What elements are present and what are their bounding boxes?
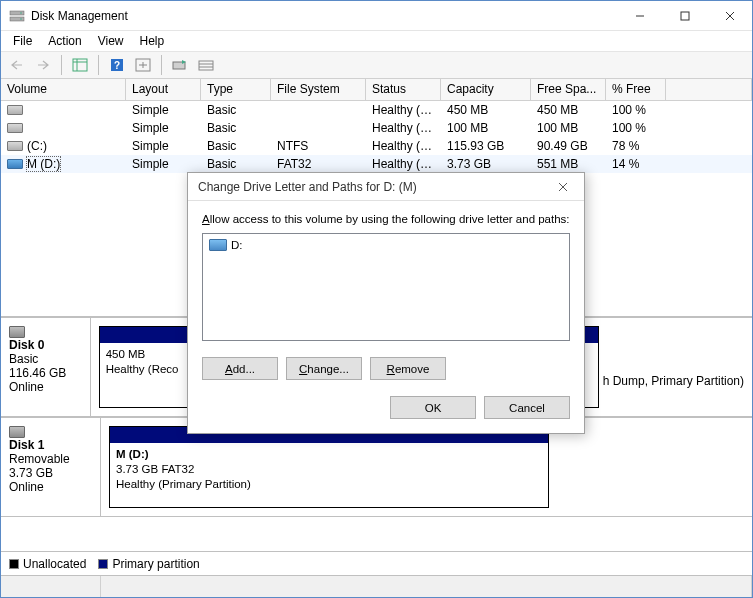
col-layout[interactable]: Layout bbox=[126, 79, 201, 100]
cell: Healthy (R... bbox=[366, 102, 441, 118]
partition-name: M (D:) bbox=[116, 447, 542, 462]
settings-button[interactable] bbox=[194, 54, 218, 76]
cell: 100 % bbox=[606, 120, 666, 136]
close-button[interactable] bbox=[707, 1, 752, 30]
disk-type: Removable bbox=[9, 452, 92, 466]
cell bbox=[271, 127, 366, 129]
back-button bbox=[5, 54, 29, 76]
cancel-button[interactable]: Cancel bbox=[484, 396, 570, 419]
legend-unallocated: Unallocated bbox=[9, 557, 86, 571]
cell: Simple bbox=[126, 156, 201, 172]
remove-button[interactable]: Remove bbox=[370, 357, 446, 380]
dialog-close-button[interactable] bbox=[548, 176, 578, 198]
drive-icon bbox=[209, 239, 227, 251]
col-status[interactable]: Status bbox=[366, 79, 441, 100]
cell: 115.93 GB bbox=[441, 138, 531, 154]
disk-size: 116.46 GB bbox=[9, 366, 82, 380]
change-button[interactable]: Change... bbox=[286, 357, 362, 380]
cell: Basic bbox=[201, 156, 271, 172]
cell bbox=[271, 109, 366, 111]
hard-drive-icon bbox=[7, 123, 23, 133]
partition-body: M (D:)3.73 GB FAT32Healthy (Primary Part… bbox=[110, 443, 548, 496]
cell: Simple bbox=[126, 138, 201, 154]
col-capacity[interactable]: Capacity bbox=[441, 79, 531, 100]
cell: 14 % bbox=[606, 156, 666, 172]
menu-action[interactable]: Action bbox=[40, 32, 89, 50]
actions-button[interactable] bbox=[131, 54, 155, 76]
partition-size: 3.73 GB FAT32 bbox=[116, 462, 542, 477]
cell: Healthy (E... bbox=[366, 120, 441, 136]
menu-file[interactable]: File bbox=[5, 32, 40, 50]
cell: Basic bbox=[201, 120, 271, 136]
forward-button bbox=[31, 54, 55, 76]
menu-view[interactable]: View bbox=[90, 32, 132, 50]
minimize-button[interactable] bbox=[617, 1, 662, 30]
toolbar-separator bbox=[98, 55, 99, 75]
refresh-button[interactable] bbox=[168, 54, 192, 76]
disk-info[interactable]: Disk 0Basic116.46 GBOnline bbox=[1, 318, 91, 416]
ok-button[interactable]: OK bbox=[390, 396, 476, 419]
cell: 551 MB bbox=[531, 156, 606, 172]
dialog-titlebar: Change Drive Letter and Paths for D: (M) bbox=[188, 173, 584, 201]
change-drive-letter-dialog: Change Drive Letter and Paths for D: (M)… bbox=[187, 172, 585, 434]
toolbar-separator bbox=[161, 55, 162, 75]
cell: 450 MB bbox=[531, 102, 606, 118]
cell: Simple bbox=[126, 120, 201, 136]
col-volume[interactable]: Volume bbox=[1, 79, 126, 100]
svg-rect-0 bbox=[10, 11, 24, 15]
disk-status: Online bbox=[9, 380, 82, 394]
partition-box[interactable]: M (D:)3.73 GB FAT32Healthy (Primary Part… bbox=[109, 426, 549, 508]
hard-drive-icon bbox=[7, 105, 23, 115]
menu-help[interactable]: Help bbox=[132, 32, 173, 50]
sd-card-icon bbox=[7, 159, 23, 169]
svg-rect-1 bbox=[10, 17, 24, 21]
cell: 450 MB bbox=[441, 102, 531, 118]
table-row[interactable]: SimpleBasicHealthy (R...450 MB450 MB100 … bbox=[1, 101, 752, 119]
table-row[interactable]: (C:)SimpleBasicNTFSHealthy (B...115.93 G… bbox=[1, 137, 752, 155]
legend: Unallocated Primary partition bbox=[1, 551, 752, 575]
titlebar: Disk Management bbox=[1, 1, 752, 31]
drive-path-item[interactable]: D: bbox=[207, 238, 565, 252]
dialog-body: Allow access to this volume by using the… bbox=[188, 201, 584, 433]
disk-size: 3.73 GB bbox=[9, 466, 92, 480]
disk-type: Basic bbox=[9, 352, 82, 366]
statusbar bbox=[1, 575, 752, 597]
svg-text:?: ? bbox=[114, 60, 120, 71]
volume-name: (C:) bbox=[27, 139, 47, 153]
swatch-primary bbox=[98, 559, 108, 569]
disk-icon bbox=[9, 326, 25, 338]
dialog-action-buttons: Add... Change... Remove bbox=[202, 357, 570, 380]
cell: Healthy (B... bbox=[366, 138, 441, 154]
window-controls bbox=[617, 1, 752, 30]
svg-rect-15 bbox=[199, 61, 213, 70]
window-title: Disk Management bbox=[31, 9, 617, 23]
app-icon bbox=[9, 8, 25, 24]
legend-label: Primary partition bbox=[112, 557, 199, 571]
col-pctfree[interactable]: % Free bbox=[606, 79, 666, 100]
dialog-message: Allow access to this volume by using the… bbox=[202, 213, 570, 225]
show-hide-console-tree-button[interactable] bbox=[68, 54, 92, 76]
table-row[interactable]: M (D:)SimpleBasicFAT32Healthy (P...3.73 … bbox=[1, 155, 752, 173]
hard-drive-icon bbox=[7, 141, 23, 151]
disk-name: Disk 1 bbox=[9, 438, 92, 452]
drive-paths-list[interactable]: D: bbox=[202, 233, 570, 341]
col-type[interactable]: Type bbox=[201, 79, 271, 100]
svg-point-2 bbox=[20, 12, 22, 14]
maximize-button[interactable] bbox=[662, 1, 707, 30]
cell: Healthy (P... bbox=[366, 156, 441, 172]
toolbar: ? bbox=[1, 51, 752, 79]
partition-trailing-text: h Dump, Primary Partition) bbox=[599, 326, 744, 408]
cell: Simple bbox=[126, 102, 201, 118]
status-segment bbox=[101, 576, 752, 597]
col-filesystem[interactable]: File System bbox=[271, 79, 366, 100]
help-button[interactable]: ? bbox=[105, 54, 129, 76]
disk-info[interactable]: Disk 1Removable3.73 GBOnline bbox=[1, 418, 101, 516]
legend-primary-partition: Primary partition bbox=[98, 557, 199, 571]
col-rest bbox=[666, 79, 752, 100]
col-freespace[interactable]: Free Spa... bbox=[531, 79, 606, 100]
toolbar-separator bbox=[61, 55, 62, 75]
add-button[interactable]: Add... bbox=[202, 357, 278, 380]
table-row[interactable]: SimpleBasicHealthy (E...100 MB100 MB100 … bbox=[1, 119, 752, 137]
disk-icon bbox=[9, 426, 25, 438]
volume-name: M (D:) bbox=[27, 157, 60, 171]
